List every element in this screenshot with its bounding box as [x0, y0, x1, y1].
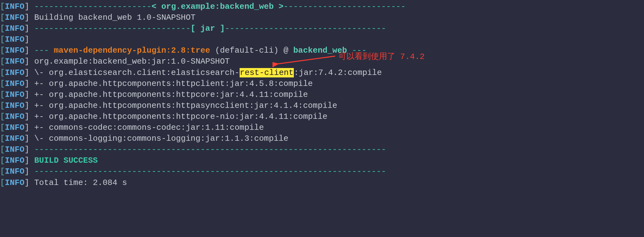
dashes: ---------------------------------	[225, 24, 386, 33]
log-line-plugin: [INFO] --- maven-dependency-plugin:2.8:t…	[0, 45, 644, 56]
dep-tree-node: +- commons-codec:commons-codec:jar:1.11:…	[34, 123, 264, 132]
log-level-info: INFO	[5, 24, 24, 33]
log-line-dependency: [INFO] +- commons-codec:commons-codec:ja…	[0, 122, 644, 133]
log-line-separator: [INFO] ---------------------------------…	[0, 166, 644, 177]
build-message: Building backend_web 1.0-SNAPSHOT	[34, 13, 195, 22]
log-line-build-success: [INFO] BUILD SUCCESS	[0, 155, 644, 166]
dep-tree-node: \- commons-logging:commons-logging:jar:1…	[34, 134, 288, 143]
log-level-info: INFO	[5, 68, 24, 77]
log-line-building: [INFO] Building backend_web 1.0-SNAPSHOT	[0, 12, 644, 23]
dep-tree-node: +- org.apache.httpcomponents:httpasynccl…	[34, 101, 337, 110]
dep-tree-node: +- org.apache.httpcomponents:httpcore:ja…	[34, 90, 308, 99]
log-line-dependency: [INFO] +- org.apache.httpcomponents:http…	[0, 100, 644, 111]
log-line-dependency-es: [INFO] \- org.elasticsearch.client:elast…	[0, 67, 644, 78]
dep-tree-node-suffix: :jar:7.4.2:compile	[294, 68, 382, 77]
dashes: -------------------------	[283, 2, 406, 11]
separator: ----------------------------------------…	[34, 167, 386, 176]
terminal-output: [INFO] ------------------------< org.exa…	[0, 1, 644, 188]
log-level-info: INFO	[5, 167, 24, 176]
log-level-info: INFO	[5, 2, 24, 11]
separator: ----------------------------------------…	[34, 145, 386, 154]
highlight-rest-client: rest-client	[240, 68, 294, 77]
log-level-info: INFO	[5, 57, 24, 66]
log-line-empty: [INFO]	[0, 34, 644, 45]
log-level-info: INFO	[5, 35, 24, 44]
log-level-info: INFO	[5, 101, 24, 110]
dashes: ------------------------	[34, 2, 151, 11]
log-level-info: INFO	[5, 156, 24, 165]
log-line-header-module: [INFO] ------------------------< org.exa…	[0, 1, 644, 12]
total-time: Total time: 2.084 s	[34, 178, 127, 187]
log-line-total-time: [INFO] Total time: 2.084 s	[0, 177, 644, 188]
log-level-info: INFO	[5, 178, 24, 187]
log-level-info: INFO	[5, 134, 24, 143]
dep-tree-node: \- org.elasticsearch.client:elasticsearc…	[34, 68, 239, 77]
dashes: --------------------------------	[34, 24, 190, 33]
log-level-info: INFO	[5, 79, 24, 88]
log-line-dependency: [INFO] +- org.apache.httpcomponents:http…	[0, 78, 644, 89]
log-level-info: INFO	[5, 46, 24, 55]
build-success: BUILD SUCCESS	[34, 156, 98, 165]
bracket-close: ]	[24, 2, 29, 11]
log-level-info: INFO	[5, 13, 24, 22]
dep-tree-node: +- org.apache.httpcomponents:httpcore-ni…	[34, 112, 327, 121]
log-level-info: INFO	[5, 145, 24, 154]
plugin-goal: maven-dependency-plugin:2.8:tree	[54, 46, 210, 55]
log-level-info: INFO	[5, 90, 24, 99]
artifact-coords: org.example:backend_web:jar:1.0-SNAPSHOT	[34, 57, 230, 66]
dep-tree-node: +- org.apache.httpcomponents:httpclient:…	[34, 79, 313, 88]
annotation-label: 可以看到使用了 7.4.2	[338, 51, 425, 62]
log-line-separator: [INFO] ---------------------------------…	[0, 144, 644, 155]
execution-context: (default-cli) @	[210, 46, 293, 55]
log-line-dependency: [INFO] \- commons-logging:commons-loggin…	[0, 133, 644, 144]
packaging-label: [ jar ]	[191, 24, 225, 33]
bracket-open: [	[0, 2, 5, 11]
log-line-packaging: [INFO] --------------------------------[…	[0, 23, 644, 34]
dashes: ---	[34, 46, 54, 55]
log-line-dependency: [INFO] +- org.apache.httpcomponents:http…	[0, 89, 644, 100]
log-line-root-artifact: [INFO] org.example:backend_web:jar:1.0-S…	[0, 56, 644, 67]
log-level-info: INFO	[5, 123, 24, 132]
module-name: < org.example:backend_web >	[152, 2, 283, 11]
log-line-dependency: [INFO] +- org.apache.httpcomponents:http…	[0, 111, 644, 122]
log-level-info: INFO	[5, 112, 24, 121]
